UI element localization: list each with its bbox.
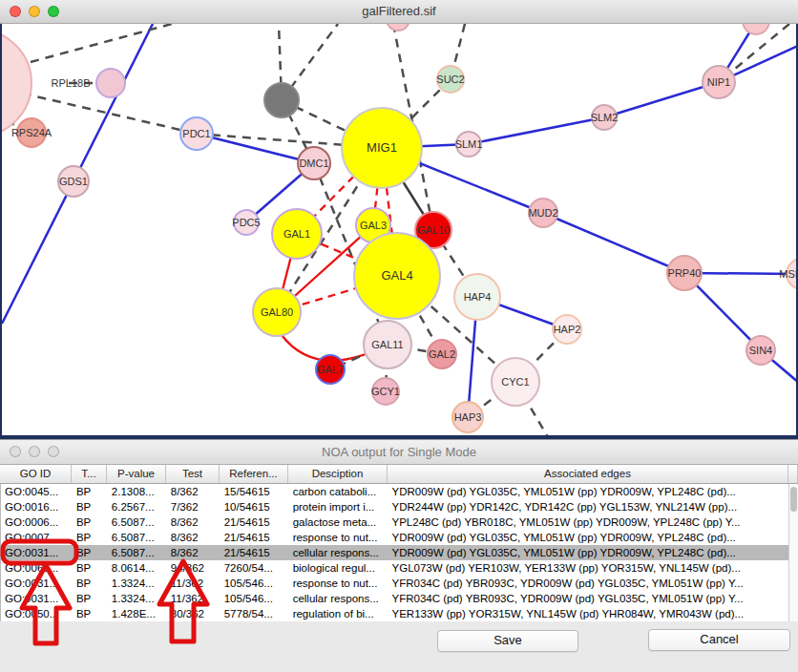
scrollbar-thumb[interactable]: [790, 487, 797, 512]
table-cell[interactable]: GO:0016...: [1, 499, 73, 514]
table-cell[interactable]: 21/54615: [220, 545, 289, 560]
table-cell[interactable]: YDR009W (pd) YGL035C, YML051W (pp) YDR00…: [388, 545, 788, 560]
table-cell[interactable]: BP: [73, 514, 108, 530]
table-cell[interactable]: 15/54615: [220, 484, 289, 499]
table-cell[interactable]: BP: [73, 591, 108, 606]
noa-window-title: NOA output for Single Mode: [0, 445, 798, 459]
table-cell[interactable]: GO:0065...: [1, 560, 73, 576]
cancel-button[interactable]: Cancel: [648, 629, 790, 651]
table-cell[interactable]: GO:0045...: [1, 484, 73, 499]
table-cell[interactable]: cellular respons...: [289, 545, 388, 560]
table-cell[interactable]: 8/362: [167, 545, 220, 560]
table-cell[interactable]: 2.1308...: [108, 484, 167, 499]
table-cell[interactable]: 80/362: [167, 606, 220, 621]
table-row[interactable]: GO:0031...BP1.3324...11/362105/546...res…: [1, 576, 788, 591]
table-cell[interactable]: 8/362: [167, 484, 220, 499]
table-cell[interactable]: 7/362: [167, 499, 220, 514]
column-header-desciption[interactable]: Desciption: [288, 465, 388, 483]
network-node[interactable]: [743, 24, 769, 34]
table-cell[interactable]: YDR009W (pd) YGL035C, YML051W (pp) YDR00…: [388, 530, 788, 545]
table-cell[interactable]: GO:0006...: [1, 514, 73, 530]
node-label-gal3: GAL3: [360, 220, 387, 231]
table-cell[interactable]: BP: [73, 560, 108, 576]
table-cell[interactable]: 7260/54...: [220, 560, 289, 576]
table-cell[interactable]: 11/362: [167, 591, 220, 606]
vertical-scrollbar[interactable]: [788, 484, 798, 621]
table-cell[interactable]: 8.0614...: [108, 560, 167, 576]
table-cell[interactable]: carbon cataboli...: [289, 484, 388, 499]
table-cell[interactable]: 1.428E...: [108, 606, 167, 621]
table-cell[interactable]: BP: [73, 499, 108, 514]
table-cell[interactable]: 6.2567...: [108, 499, 167, 514]
table-cell[interactable]: 6.5087...: [108, 545, 167, 560]
node-label-gal1: GAL1: [284, 228, 310, 240]
table-cell[interactable]: 105/546...: [220, 591, 289, 606]
table-cell[interactable]: BP: [73, 545, 108, 560]
table-row[interactable]: GO:0050...BP1.428E...80/3625778/54...reg…: [1, 606, 788, 621]
table-cell[interactable]: 105/546...: [220, 576, 289, 591]
node-label-gal11: GAL11: [371, 339, 403, 350]
table-cell[interactable]: 21/54615: [220, 514, 289, 530]
table-cell[interactable]: protein import i...: [289, 499, 388, 514]
table-row[interactable]: GO:0065...BP8.0614...94/3627260/54...bio…: [1, 560, 788, 576]
table-cell[interactable]: 6.5087...: [108, 514, 167, 530]
table-cell[interactable]: 8/362: [167, 514, 220, 530]
table-cell[interactable]: YPL248C (pd) YBR018C, YML051W (pp) YDR00…: [388, 514, 788, 530]
table-row[interactable]: GO:0006...BP6.5087...8/36221/54615galact…: [1, 514, 788, 530]
column-header-test[interactable]: Test: [166, 465, 220, 483]
table-cell[interactable]: GO:0031...: [1, 545, 73, 560]
table-cell[interactable]: GO:0007...: [1, 530, 73, 545]
table-cell[interactable]: 10/54615: [220, 499, 289, 514]
table-cell[interactable]: YER133W (pp) YOR315W, YNL145W (pd) YHR08…: [388, 606, 788, 621]
table-cell[interactable]: YGL073W (pd) YER103W, YER133W (pp) YOR31…: [388, 560, 788, 576]
table-cell[interactable]: GO:0031...: [1, 576, 73, 591]
table-cell[interactable]: BP: [73, 530, 108, 545]
table-cell[interactable]: BP: [73, 606, 108, 621]
table-cell[interactable]: 21/54615: [220, 530, 289, 545]
table-cell[interactable]: 6.5087...: [108, 530, 167, 545]
node-label-prp40: PRP40: [668, 267, 702, 279]
network-node-rpl18b[interactable]: [96, 69, 125, 97]
table-row[interactable]: GO:0016...BP6.2567...7/36210/54615protei…: [1, 499, 788, 514]
column-header-p-value[interactable]: P-value: [107, 465, 166, 483]
network-node[interactable]: [387, 24, 410, 31]
table-cell[interactable]: 8/362: [167, 530, 220, 545]
table-cell[interactable]: biological regul...: [289, 560, 388, 576]
network-edge: [604, 82, 719, 117]
table-cell[interactable]: YFR034C (pd) YBR093C, YDR009W (pd) YGL03…: [388, 576, 788, 591]
save-button[interactable]: Save: [437, 630, 578, 652]
node-label-hap3: HAP3: [454, 411, 482, 423]
table-cell[interactable]: YFR034C (pd) YBR093C, YDR009W (pd) YGL03…: [388, 591, 788, 606]
table-cell[interactable]: 5778/54...: [220, 606, 289, 621]
table-cell[interactable]: 1.3324...: [108, 591, 167, 606]
table-cell[interactable]: response to nut...: [289, 530, 388, 545]
table-cell[interactable]: cellular respons...: [289, 591, 388, 606]
column-header-associated-edges[interactable]: Associated edges: [388, 465, 788, 483]
table-row[interactable]: GO:0031...BP1.3324...11/362105/546...cel…: [1, 591, 788, 606]
network-window-titlebar[interactable]: galFiltered.sif: [0, 0, 798, 24]
table-cell[interactable]: BP: [73, 484, 108, 499]
table-row[interactable]: GO:0045...BP2.1308...8/36215/54615carbon…: [1, 484, 788, 499]
table-body[interactable]: GO:0045...BP2.1308...8/36215/54615carbon…: [0, 484, 788, 621]
table-row[interactable]: GO:0031...BP6.5087...8/36221/54615cellul…: [1, 545, 788, 560]
table-cell[interactable]: 11/362: [167, 576, 220, 591]
network-node[interactable]: [264, 83, 299, 117]
table-cell[interactable]: GO:0031...: [1, 591, 73, 606]
network-canvas[interactable]: RPL18BRPS24AGDS1PDC1DMC1MIG1SUC2SLM1SLM2…: [0, 24, 798, 439]
table-cell[interactable]: GO:0050...: [1, 606, 73, 621]
table-cell[interactable]: 94/362: [167, 560, 220, 576]
table-cell[interactable]: galactose meta...: [289, 514, 388, 530]
table-cell[interactable]: response to nut...: [289, 576, 388, 591]
node-label-hap4: HAP4: [464, 291, 492, 303]
column-header-go-id[interactable]: GO ID: [0, 465, 72, 483]
column-header-t[interactable]: T...: [72, 465, 107, 483]
noa-window-titlebar[interactable]: NOA output for Single Mode: [0, 440, 798, 465]
node-label-gal4: GAL4: [381, 268, 412, 283]
column-header-referen[interactable]: Referen...: [220, 465, 288, 483]
table-cell[interactable]: YDR244W (pp) YDR142C, YDR142C (pp) YGL15…: [388, 499, 788, 514]
table-cell[interactable]: BP: [73, 576, 108, 591]
table-cell[interactable]: YDR009W (pd) YGL035C, YML051W (pp) YDR00…: [388, 484, 788, 499]
table-row[interactable]: GO:0007...BP6.5087...8/36221/54615respon…: [1, 530, 788, 545]
table-cell[interactable]: regulation of bi...: [289, 606, 388, 621]
table-cell[interactable]: 1.3324...: [108, 576, 167, 591]
